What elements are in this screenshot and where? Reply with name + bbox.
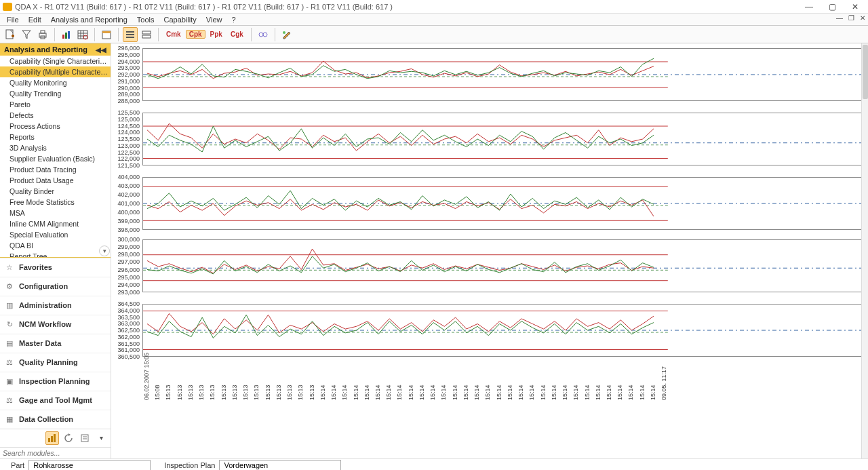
chart-area: 296,000295,000294,000293,000292,000291,0…: [111, 43, 868, 458]
x-tick: 15:13: [231, 364, 238, 400]
module-row[interactable]: ▥Administration: [0, 296, 111, 315]
sidebar-item[interactable]: QDA BI: [0, 240, 111, 251]
plot[interactable]: [142, 48, 863, 101]
sidebar-item[interactable]: Product Data Usage: [0, 175, 111, 186]
menu-edit[interactable]: Edit: [24, 15, 45, 24]
x-tick: 15:14: [341, 364, 348, 400]
y-tick: 364,000: [115, 307, 141, 314]
rows-wide-button[interactable]: [139, 27, 154, 42]
chart: 364,500364,000363,500363,000362,500362,0…: [115, 302, 863, 366]
menu-view[interactable]: View: [202, 15, 226, 24]
module-row[interactable]: ▦Data Collection: [0, 410, 111, 429]
y-tick: 403,000: [115, 182, 141, 189]
mdi-minimize-icon[interactable]: —: [836, 14, 843, 22]
x-tick: 15:14: [484, 364, 491, 400]
x-tick: 15:14: [639, 364, 646, 400]
module-label: Inspection Planning: [19, 377, 90, 385]
svg-point-17: [263, 33, 267, 37]
y-tick: 294,000: [115, 281, 141, 288]
maximize-button[interactable]: ▢: [825, 2, 840, 12]
filter-button[interactable]: [19, 27, 34, 42]
y-tick: 124,500: [115, 123, 141, 130]
search-input[interactable]: [3, 449, 108, 457]
sidebar-item[interactable]: Supplier Evaluation (Basic): [0, 153, 111, 164]
module-label: NCM Workflow: [19, 320, 71, 328]
sidebar-item[interactable]: Capability (Single Characteristic): [0, 56, 111, 66]
y-tick: 400,000: [115, 209, 141, 216]
search-row: [0, 447, 111, 458]
new-doc-button[interactable]: [3, 27, 18, 42]
svg-rect-5: [65, 33, 67, 39]
module-row[interactable]: ▤Master Data: [0, 334, 111, 353]
sidebar-item[interactable]: 3D Analysis: [0, 142, 111, 153]
y-tick: 295,000: [115, 52, 141, 58]
svg-rect-20: [51, 436, 53, 442]
sidebar-item[interactable]: Inline CMM Alignment: [0, 218, 111, 229]
cgk-button[interactable]: Cgk: [227, 30, 247, 39]
sidebar-item[interactable]: Defects: [0, 110, 111, 121]
sidebar-item[interactable]: Capability (Multiple Characteristics): [0, 66, 111, 77]
edit-button[interactable]: [279, 27, 294, 42]
barchart-button[interactable]: [59, 27, 74, 42]
note-icon[interactable]: [78, 431, 92, 445]
module-row[interactable]: ↻NCM Workflow: [0, 315, 111, 334]
sidebar-item[interactable]: Pareto: [0, 99, 111, 110]
x-tick: 15:13: [209, 364, 216, 400]
plot[interactable]: [142, 177, 863, 230]
sidebar-item[interactable]: Special Evaluation: [0, 229, 111, 240]
vertical-scrollbar[interactable]: [861, 43, 868, 458]
ppk-button[interactable]: Ppk: [207, 30, 226, 39]
module-row[interactable]: ⚖Gage and Tool Mgmt: [0, 391, 111, 410]
x-tick: 15:14: [595, 364, 601, 400]
sidebar-bottom-toolbar: ▾: [0, 429, 111, 447]
sidebar-item[interactable]: Process Actions: [0, 121, 111, 132]
minimize-button[interactable]: —: [802, 2, 816, 12]
module-icon: ▦: [4, 415, 15, 424]
module-row[interactable]: ⚖Quality Planning: [0, 353, 111, 372]
sidebar-item[interactable]: Quality Trending: [0, 88, 111, 99]
refresh-icon[interactable]: [62, 431, 75, 445]
menu-tools[interactable]: Tools: [133, 15, 159, 24]
sidebar-item[interactable]: Quality Binder: [0, 186, 111, 197]
plot[interactable]: [142, 113, 863, 165]
sidebar-scroll-down-icon[interactable]: ▾: [99, 246, 110, 256]
y-tick: 124,000: [115, 129, 141, 136]
module-row[interactable]: ▣Inspection Planning: [0, 372, 111, 391]
sidebar-item[interactable]: Product Data Tracing: [0, 164, 111, 175]
menu-analysis[interactable]: Analysis and Reporting: [47, 15, 132, 24]
print-button[interactable]: [35, 27, 50, 42]
sidebar-item[interactable]: Free Mode Statistics: [0, 197, 111, 208]
sidebar-item[interactable]: Reports: [0, 132, 111, 142]
svg-rect-22: [81, 435, 88, 442]
module-label: Administration: [19, 301, 72, 309]
sidebar-item[interactable]: MSA: [0, 208, 111, 218]
module-row[interactable]: ⚙Configuration: [0, 277, 111, 296]
mdi-restore-icon[interactable]: ❐: [848, 14, 854, 22]
barchart-icon[interactable]: [45, 431, 59, 445]
cmk-button[interactable]: Cmk: [163, 30, 184, 39]
x-tick: 15:13: [165, 364, 172, 400]
module-row[interactable]: ☆Favorites: [0, 258, 111, 277]
collapse-icon[interactable]: ◀◀: [96, 46, 106, 54]
menu-file[interactable]: File: [3, 15, 23, 24]
table-button[interactable]: [75, 27, 90, 42]
mdi-close-icon[interactable]: ✕: [860, 14, 865, 22]
plot[interactable]: [142, 239, 863, 292]
sidebar-item[interactable]: Quality Monitoring: [0, 77, 111, 88]
rows-narrow-button[interactable]: [123, 27, 138, 42]
close-button[interactable]: ✕: [848, 2, 863, 12]
plan-label: Inspection Plan: [164, 461, 215, 469]
menu-capability[interactable]: Capability: [160, 15, 201, 24]
sidebar-item[interactable]: Report Tree: [0, 251, 111, 258]
y-tick: 361,500: [115, 340, 141, 347]
cpk-button[interactable]: Cpk: [186, 30, 205, 39]
link-button[interactable]: [256, 27, 271, 42]
menu-help[interactable]: ?: [227, 15, 239, 24]
app-icon: [3, 3, 12, 11]
x-tick: 15:14: [561, 364, 568, 400]
calendar-button[interactable]: [99, 27, 114, 42]
svg-rect-7: [78, 31, 87, 39]
plot[interactable]: [142, 304, 863, 357]
more-icon[interactable]: ▾: [94, 431, 108, 445]
x-tick: 15:13: [275, 364, 282, 400]
